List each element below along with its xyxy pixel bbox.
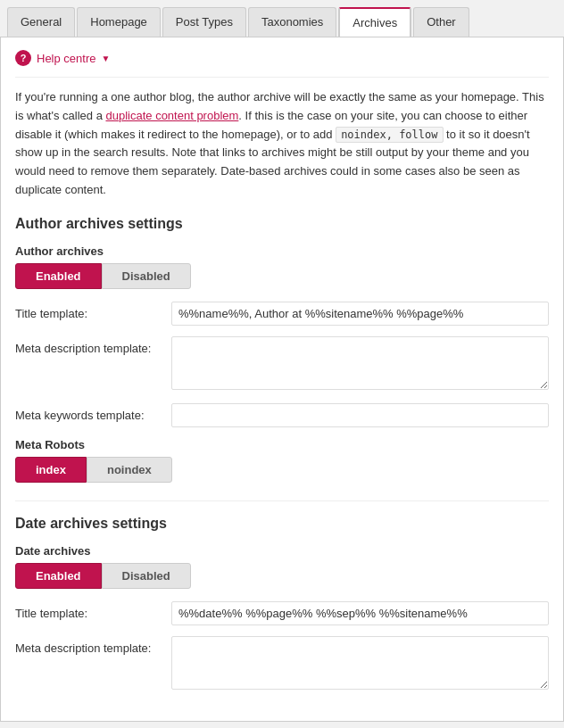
author-title-label: Title template:	[15, 302, 171, 320]
chevron-down-icon: ▼	[101, 54, 110, 63]
tab-taxonomies[interactable]: Taxonomies	[248, 7, 336, 37]
author-meta-keywords-input-wrapper	[171, 403, 549, 427]
author-meta-desc-textarea[interactable]	[171, 336, 549, 390]
author-title-row: Title template:	[15, 302, 549, 326]
author-meta-desc-label: Meta description template:	[15, 336, 171, 355]
date-title-row: Title template:	[15, 601, 549, 625]
content-area: ? Help centre ▼ If you're running a one …	[0, 37, 564, 722]
author-title-input-wrapper	[171, 302, 549, 326]
date-meta-desc-label: Meta description template:	[15, 636, 171, 655]
tab-other[interactable]: Other	[413, 7, 469, 37]
info-paragraph: If you're running a one author blog, the…	[15, 88, 549, 200]
author-meta-keywords-row: Meta keywords template:	[15, 403, 549, 427]
date-section-title: Date archives settings	[15, 516, 549, 532]
duplicate-content-link[interactable]: duplicate content problem	[105, 109, 238, 122]
robots-noindex-button[interactable]: noindex	[87, 457, 172, 483]
author-meta-keywords-input[interactable]	[171, 403, 549, 427]
date-title-label: Title template:	[15, 601, 171, 620]
help-row: ? Help centre ▼	[15, 50, 549, 78]
tab-homepage[interactable]: Homepage	[77, 7, 161, 37]
author-archives-label: Author archives	[15, 244, 549, 258]
author-meta-keywords-label: Meta keywords template:	[15, 403, 171, 422]
meta-robots-toggle: index noindex	[15, 457, 549, 483]
date-meta-desc-row: Meta description template:	[15, 636, 549, 692]
section-divider	[15, 500, 549, 501]
date-meta-desc-input-wrapper	[171, 636, 549, 692]
meta-robots-label: Meta Robots	[15, 438, 549, 451]
help-icon: ?	[15, 50, 31, 66]
date-archives-label: Date archives	[15, 544, 549, 558]
date-title-input[interactable]	[171, 601, 549, 625]
author-archives-toggle: Enabled Disabled	[15, 263, 549, 289]
date-meta-desc-textarea[interactable]	[171, 636, 549, 690]
date-archives-toggle: Enabled Disabled	[15, 563, 549, 589]
date-enabled-button[interactable]: Enabled	[15, 563, 102, 589]
tab-archives[interactable]: Archives	[338, 7, 411, 37]
author-disabled-button[interactable]: Disabled	[102, 263, 191, 289]
date-disabled-button[interactable]: Disabled	[102, 563, 191, 589]
date-title-input-wrapper	[171, 601, 549, 625]
tab-general[interactable]: General	[7, 7, 75, 37]
author-meta-desc-input-wrapper	[171, 336, 549, 393]
author-enabled-button[interactable]: Enabled	[15, 263, 102, 289]
noindex-follow-code: noindex, follow	[336, 127, 443, 143]
author-meta-desc-row: Meta description template:	[15, 336, 549, 393]
tabs-bar: General Homepage Post Types Taxonomies A…	[0, 0, 564, 37]
author-section-title: Author archives settings	[15, 216, 549, 232]
help-centre-link[interactable]: Help centre	[37, 52, 95, 65]
author-title-input[interactable]	[171, 302, 549, 326]
robots-index-button[interactable]: index	[15, 457, 87, 483]
tab-post-types[interactable]: Post Types	[162, 7, 246, 37]
